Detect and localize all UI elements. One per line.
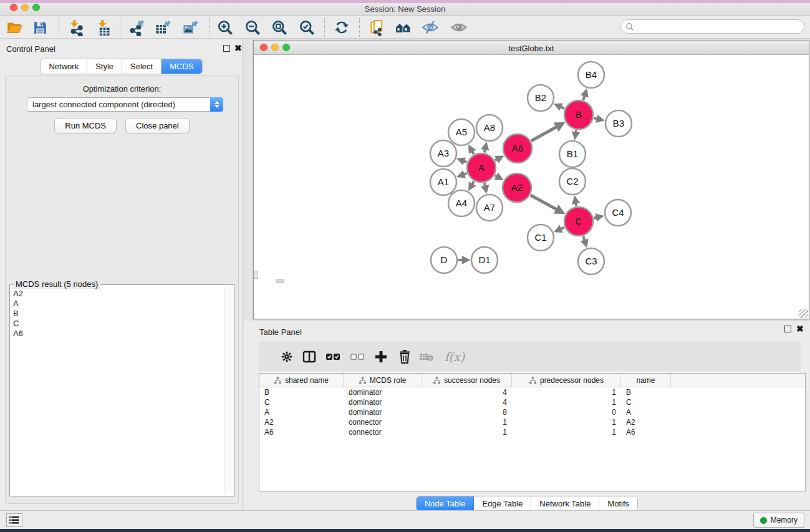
- column-header-predecessor-nodes[interactable]: predecessor nodes: [512, 374, 621, 387]
- tab-style[interactable]: Style: [87, 59, 122, 74]
- tab-select[interactable]: Select: [122, 59, 162, 74]
- save-session-icon[interactable]: [31, 19, 49, 36]
- close-panel-icon[interactable]: ✖: [234, 44, 242, 52]
- graph-edge-B-B2[interactable]: [561, 107, 565, 109]
- select-all-icon[interactable]: [324, 347, 342, 366]
- list-item[interactable]: C: [11, 319, 224, 329]
- graph-edge-A-A1[interactable]: [463, 173, 466, 175]
- graph-edge-A-A2[interactable]: [495, 175, 497, 177]
- table-float-icon[interactable]: [784, 326, 791, 332]
- graph-node-B[interactable]: B: [564, 100, 593, 129]
- graph-edge-A-A6[interactable]: [495, 159, 498, 160]
- delete-column-icon[interactable]: [395, 347, 414, 366]
- float-panel-icon[interactable]: [223, 45, 230, 52]
- tab-edge-table[interactable]: Edge Table: [474, 496, 531, 511]
- export-network-icon[interactable]: [127, 19, 145, 36]
- show-graphics-details-icon[interactable]: [450, 19, 468, 36]
- add-column-icon[interactable]: [372, 347, 390, 366]
- table-row[interactable]: Bdominator41B: [259, 387, 805, 397]
- graph-node-C[interactable]: C: [564, 207, 593, 236]
- task-history-button[interactable]: [6, 513, 22, 527]
- search-input[interactable]: [637, 22, 804, 31]
- graph-node-C2[interactable]: C2: [559, 168, 586, 195]
- zoom-in-icon[interactable]: [216, 19, 234, 36]
- deselect-all-icon[interactable]: [348, 347, 367, 366]
- node-table-body[interactable]: Bdominator41BCdominator41CAdominator80AA…: [259, 387, 805, 437]
- graph-node-B1[interactable]: B1: [559, 141, 586, 167]
- graph-node-C1[interactable]: C1: [528, 225, 554, 251]
- graph-edge-A-A3[interactable]: [463, 161, 466, 162]
- zoom-out-icon[interactable]: [244, 19, 261, 36]
- graph-node-A3[interactable]: A3: [430, 140, 456, 167]
- horizontal-splitter-handle[interactable]: [276, 279, 284, 283]
- import-network-icon[interactable]: [67, 19, 84, 36]
- graph-node-B3[interactable]: B3: [605, 110, 632, 137]
- graph-edge-C-C4[interactable]: [594, 218, 597, 218]
- open-file-icon[interactable]: [6, 19, 23, 36]
- memory-button[interactable]: Memory: [753, 513, 804, 528]
- table-row[interactable]: A2connector11A2: [259, 417, 805, 427]
- network-from-selection-icon[interactable]: [369, 19, 386, 36]
- show-hide-panels-icon[interactable]: [395, 19, 412, 36]
- graph-node-D1[interactable]: D1: [471, 247, 498, 273]
- column-header-shared-name[interactable]: shared name: [259, 374, 344, 387]
- function-builder-icon[interactable]: f(x): [441, 347, 468, 366]
- graph-node-A8[interactable]: A8: [476, 115, 503, 141]
- network-canvas[interactable]: B4B2BB3A8A5A6A3B1AA1C2A2A4A7C4CC1DD1C3: [254, 55, 809, 319]
- export-image-icon[interactable]: [181, 19, 199, 36]
- tab-node-table[interactable]: Node Table: [417, 496, 475, 511]
- result-scrollbar[interactable]: [224, 286, 233, 495]
- graph-edge-B-B1[interactable]: [576, 130, 576, 133]
- graph-node-A2[interactable]: A2: [503, 173, 531, 202]
- graph-node-C4[interactable]: C4: [605, 200, 631, 226]
- search-field[interactable]: [620, 19, 804, 34]
- table-row[interactable]: Cdominator41C: [259, 397, 805, 407]
- close-panel-button[interactable]: Close panel: [125, 118, 190, 133]
- graph-node-B2[interactable]: B2: [528, 85, 554, 111]
- list-item[interactable]: A6: [11, 329, 224, 339]
- hide-graphics-details-icon[interactable]: [422, 19, 439, 36]
- column-header-successor-nodes[interactable]: successor nodes: [422, 374, 512, 387]
- tab-motifs[interactable]: Motifs: [599, 496, 637, 511]
- graph-node-A7[interactable]: A7: [476, 195, 503, 221]
- mcds-result-list[interactable]: A2ABCA6: [11, 289, 224, 495]
- column-header-mcds-role[interactable]: MCDS role: [344, 374, 422, 387]
- tab-network-table[interactable]: Network Table: [531, 496, 599, 511]
- table-row[interactable]: A6connector11A6: [259, 427, 805, 437]
- graph-node-A4[interactable]: A4: [448, 190, 475, 216]
- graph-node-A5[interactable]: A5: [448, 119, 475, 145]
- column-header-name[interactable]: name: [621, 374, 671, 387]
- graph-node-A[interactable]: A: [467, 153, 496, 182]
- graph-edge-A-A5[interactable]: [472, 151, 474, 154]
- graph-edge-A-A7[interactable]: [485, 183, 485, 186]
- list-item[interactable]: B: [11, 309, 224, 319]
- tab-mcds[interactable]: MCDS: [162, 59, 201, 74]
- run-mcds-button[interactable]: Run MCDS: [54, 118, 117, 133]
- graph-node-B4[interactable]: B4: [578, 62, 604, 88]
- splitter-handle-icon[interactable]: [254, 271, 258, 279]
- graph-edge-A6-B[interactable]: [531, 127, 557, 141]
- graph-node-A6[interactable]: A6: [503, 134, 532, 163]
- table-close-icon[interactable]: ✖: [796, 324, 804, 333]
- graph-edge-A2-C[interactable]: [531, 195, 557, 210]
- graph-edge-C-C3[interactable]: [583, 236, 584, 241]
- graph-edge-C-C2[interactable]: [576, 203, 576, 206]
- tab-network[interactable]: Network: [41, 59, 87, 74]
- graph-node-C3[interactable]: C3: [578, 248, 604, 274]
- criterion-dropdown[interactable]: largest connected component (directed): [27, 97, 223, 112]
- graph-edge-C-C1[interactable]: [561, 228, 564, 230]
- network-window-titlebar[interactable]: testGlobe.txt: [254, 41, 809, 55]
- zoom-selected-icon[interactable]: [298, 19, 316, 36]
- delete-table-icon[interactable]: [417, 347, 436, 366]
- zoom-fit-icon[interactable]: [271, 19, 288, 36]
- refresh-view-icon[interactable]: [333, 19, 350, 36]
- graph-node-D[interactable]: D: [431, 247, 457, 273]
- graph-node-A1[interactable]: A1: [430, 169, 456, 195]
- graph-edge-B-B4[interactable]: [583, 95, 584, 100]
- graph-edge-B-B3[interactable]: [594, 118, 597, 118]
- show-column-icon[interactable]: [300, 347, 319, 366]
- import-table-icon[interactable]: [95, 19, 112, 36]
- table-options-icon[interactable]: [277, 347, 296, 366]
- graph-edge-A-A4[interactable]: [472, 181, 474, 185]
- table-row[interactable]: Adominator80A: [259, 407, 805, 417]
